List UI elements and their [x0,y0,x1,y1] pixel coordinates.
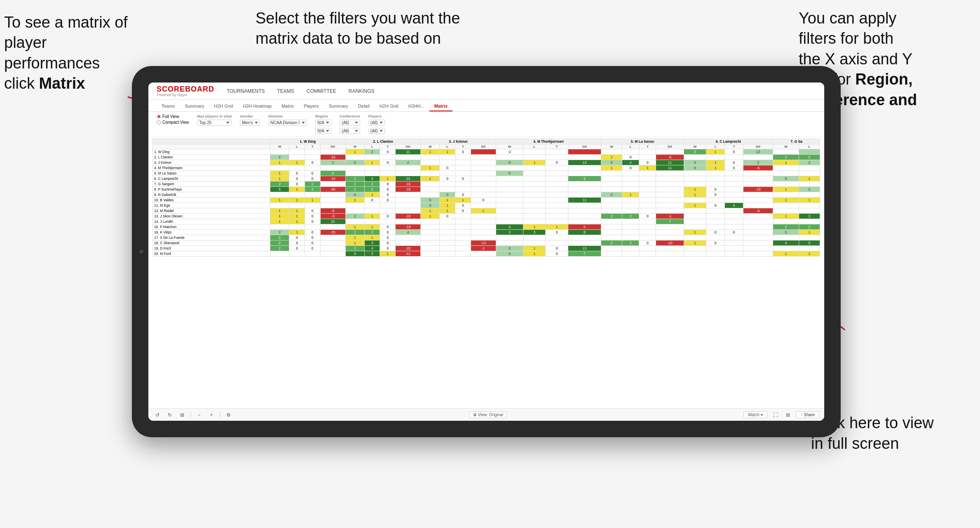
players-select-1[interactable]: (All) [368,120,385,126]
table-row: 2. L Clanton2-1610-622 [153,155,820,160]
matrix-cell: 1 [773,198,799,203]
matrix-cell [639,219,656,224]
undo-button[interactable]: ↺ [153,411,162,419]
tab-detail[interactable]: Detail [353,101,375,111]
tablet-camera [139,250,143,254]
matrix-cell [656,149,684,155]
matrix-cell [684,208,706,214]
tab-matrix-left[interactable]: Matrix [277,101,299,111]
matrix-cell [289,251,305,257]
ann-tr-l3: the X axis and Y [799,50,912,68]
matrix-cell [725,192,743,198]
nav-committee[interactable]: COMMITTEE [307,87,336,96]
table-row: 14. J Lundin110107 [153,219,820,224]
view-original-badge[interactable]: 🖥 View: Original [469,411,507,418]
matrix-cell [455,160,471,165]
fullscreen-button[interactable]: ⛶ [771,411,780,419]
player-name-cell: 9. N Gabrelcik [153,192,270,198]
matrix-cell: 10 [320,219,345,224]
matrix-cell: 1 [270,219,289,224]
tab-h2hh[interactable]: H2HH... [403,101,429,111]
nav-tournaments[interactable]: TOURNAMENTS [227,87,265,96]
zoom-in-button[interactable]: + [207,411,216,419]
matrix-cell [601,149,622,155]
share-button[interactable]: ↑ Share [796,411,819,418]
matrix-cell [305,251,320,257]
conference-select-2[interactable]: (All) [340,128,360,134]
radio-compact-view[interactable]: Compact View [157,120,189,125]
matrix-cell: 0 [289,171,305,176]
table-row: 20. M Ford331-11010711 [153,251,820,257]
matrix-cell [496,198,523,203]
tab-summary2[interactable]: Summary [324,101,353,111]
table-row: 9. N Gabrelcik010000110 [153,192,820,198]
nav-rankings[interactable]: RANKINGS [349,87,375,96]
matrix-cell [546,203,568,208]
nav-teams[interactable]: TEAMS [277,87,294,96]
matrix-cell [706,214,725,219]
matrix-cell [743,176,773,182]
zoom-out-button[interactable]: − [195,411,203,419]
radio-full-view[interactable]: Full View [157,114,189,119]
zoom-fit-button[interactable]: ⊞ [178,411,186,419]
matrix-cell [421,240,440,246]
players-select-2[interactable]: (All) [368,128,385,134]
matrix-cell: -25 [320,230,345,235]
matrix-cell [523,198,546,203]
matrix-cell [496,214,523,219]
matrix-cell: 2 [345,176,364,182]
sh-l5: L [622,144,639,149]
matrix-cell [496,182,523,187]
max-players-select[interactable]: Top 25 [197,120,232,126]
conference-select-1[interactable]: (All) [340,120,360,126]
matrix-cell [421,246,440,251]
sh-w1: W [270,144,289,149]
table-row: 15. P Maichon110-19411022 [153,224,820,230]
player-name-cell: 3. J Koivun [153,160,270,165]
watch-button[interactable]: Watch ▾ [743,411,767,418]
matrix-cell [380,208,396,214]
gender-select[interactable]: Men's [240,120,260,126]
division-select[interactable]: NCAA Division I [268,120,307,126]
matrix-cell: 0 [305,160,320,165]
matrix-cell: 2 [601,214,622,219]
matrix-cell: 0 [706,230,725,235]
player-name-cell: 11. M Ege [153,203,270,208]
tab-teams[interactable]: Teams [157,101,180,111]
tab-h2h-grid2[interactable]: H2H Grid [375,101,403,111]
matrix-cell [601,251,622,257]
tab-h2h-grid[interactable]: H2H Grid [209,101,238,111]
redo-button[interactable]: ↻ [166,411,174,419]
matrix-cell [396,240,421,246]
matrix-cell: 1 [639,165,656,171]
matrix-cell [601,224,622,230]
matrix-cell: 1 [440,203,455,208]
grid-view-button[interactable]: ⊞ [784,411,792,419]
matrix-cell [364,171,380,176]
matrix-cell [440,235,455,240]
matrix-cell: 2 [396,160,421,165]
matrix-cell [523,208,546,214]
matrix-cell: -45 [320,187,345,192]
matrix-cell [546,240,568,246]
matrix-cell [743,235,773,240]
matrix-cell: 2 [622,240,639,246]
region-select-1[interactable]: N/A [315,120,331,126]
matrix-cell: 0 [496,251,523,257]
region-select-2[interactable]: N/A [315,128,331,134]
tab-summary[interactable]: Summary [180,101,209,111]
matrix-cell: 2 [799,160,820,165]
matrix-cell [706,208,725,214]
matrix-cell: 1 [364,192,380,198]
settings-button[interactable]: ⚙ [224,411,232,419]
main-content[interactable]: 1. W Ding 2. L Clanton 3. J Koivun 4. M … [148,137,824,408]
matrix-table-scroll[interactable]: 1. W Ding 2. L Clanton 3. J Koivun 4. M … [152,137,820,258]
tab-players[interactable]: Players [299,101,324,111]
matrix-cell [396,155,421,160]
tab-matrix-active[interactable]: Matrix [429,101,452,111]
tab-h2h-heatmap[interactable]: H2H Heatmap [238,101,277,111]
matrix-cell: 1 [421,214,440,219]
matrix-cell [622,198,639,203]
matrix-cell: 1 [471,208,496,214]
matrix-cell: 5 [799,240,820,246]
